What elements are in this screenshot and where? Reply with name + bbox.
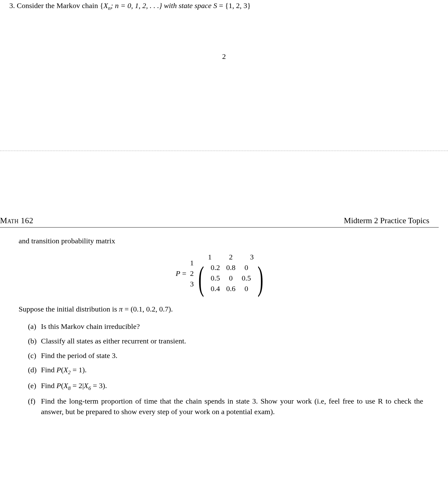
matrix-cells: 0.2 0.8 0 0.5 0 0.5 0.4 0.6 0 [207, 263, 255, 294]
matrix-col-labels: 1 2 3 [195, 253, 266, 261]
subpart-d: (d) Find P(X2 = 1). [28, 365, 423, 376]
page-number: 2 [0, 52, 448, 61]
paren-left: ( [199, 263, 204, 294]
subpart-e: (e) Find P(X8 = 2|X6 = 3). [28, 380, 423, 392]
paren-right: ) [258, 263, 263, 294]
problem-number: 3. [9, 2, 15, 10]
transition-matrix: P = 1 2 3 1 2 3 ( 0. [19, 253, 423, 294]
page-header: Math 162 Midterm 2 Practice Topics [0, 216, 439, 228]
subpart-b: (b) Classify all states as either recurr… [28, 336, 423, 347]
initial-distribution: Suppose the initial distribution is π = … [19, 305, 423, 313]
subparts-list: (a) Is this Markov chain irreducible? (b… [19, 321, 423, 417]
subpart-f: (f) Find the long-term proportion of tim… [28, 396, 423, 418]
subpart-a: (a) Is this Markov chain irreducible? [28, 321, 423, 332]
matrix-row-labels: 1 2 3 [190, 258, 194, 289]
problem-intro: 3. Consider the Markov chain {Xn; n = 0,… [9, 0, 439, 12]
header-course: Math 162 [0, 216, 34, 225]
subpart-c: (c) Find the period of state 3. [28, 350, 423, 361]
header-title: Midterm 2 Practice Topics [344, 216, 429, 225]
continuation-text: and transition probability matrix [19, 237, 423, 245]
page-divider [0, 151, 448, 151]
